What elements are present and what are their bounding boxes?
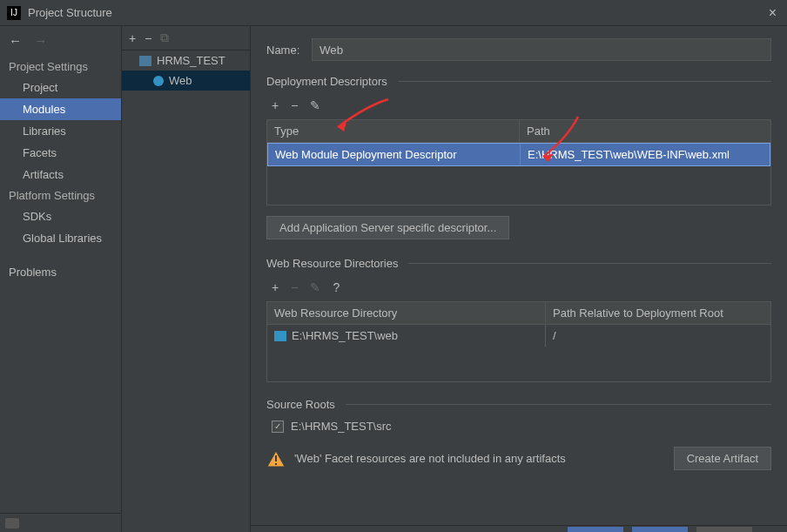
section-divider: [346, 404, 771, 405]
wrd-th-rel[interactable]: Path Relative to Deployment Root: [546, 302, 770, 324]
wrd-help-icon[interactable]: ?: [333, 280, 340, 294]
add-server-descriptor-button[interactable]: Add Application Server specific descript…: [266, 216, 509, 239]
settings-nav: ← → Project Settings Project Modules Lib…: [0, 26, 122, 532]
dd-table-header: Type Path: [267, 120, 770, 143]
wrd-toolbar: + − ✎ ?: [266, 273, 771, 301]
window-title: Project Structure: [28, 6, 765, 19]
nav-footer: [0, 513, 121, 532]
section-label: Deployment Descriptors: [266, 75, 387, 88]
wrd-add-icon[interactable]: +: [272, 280, 279, 294]
wrd-table-empty: [267, 347, 770, 381]
module-folder-icon: [139, 56, 151, 66]
module-tree: + − ⧉ HRMS_TEST Web: [122, 26, 251, 532]
tree-add-icon[interactable]: +: [129, 31, 136, 45]
dd-table: Type Path Web Module Deployment Descript…: [266, 119, 771, 205]
close-icon[interactable]: ×: [765, 5, 780, 21]
dd-edit-icon[interactable]: ✎: [310, 98, 320, 112]
create-artifact-button[interactable]: Create Artifact: [674, 447, 771, 470]
footer-button-slot[interactable]: [696, 527, 752, 532]
dd-td-path: E:\HRMS_TEST\web\WEB-INF\web.xml: [521, 144, 770, 165]
nav-forward-icon[interactable]: →: [34, 33, 47, 48]
footer-button-slot[interactable]: [568, 527, 623, 532]
footer-badge: [5, 518, 19, 529]
svg-rect-1: [275, 455, 277, 461]
tree-toolbar: + − ⧉: [122, 26, 250, 51]
name-input[interactable]: [312, 38, 771, 61]
section-divider: [398, 81, 771, 82]
tree-copy-icon: ⧉: [160, 30, 169, 45]
nav-section-project: Project Settings: [0, 57, 121, 77]
titlebar: IJ Project Structure ×: [0, 0, 787, 26]
tree-node-label: HRMS_TEST: [157, 54, 225, 67]
dd-table-empty: [267, 166, 770, 205]
svg-rect-2: [275, 463, 277, 465]
tree-node-label: Web: [169, 74, 192, 87]
section-label: Source Roots: [266, 398, 335, 411]
section-divider: [408, 263, 771, 264]
wrd-td-rel: /: [546, 325, 770, 347]
dd-table-row[interactable]: Web Module Deployment Descriptor E:\HRMS…: [267, 143, 770, 166]
dd-toolbar: + − ✎: [266, 91, 771, 119]
warning-icon: [266, 450, 286, 468]
wrd-table-row[interactable]: E:\HRMS_TEST\web /: [267, 325, 770, 347]
section-label: Web Resource Directories: [266, 257, 398, 270]
web-resource-dirs-section: Web Resource Directories: [266, 257, 771, 270]
dialog-footer: [251, 525, 787, 532]
web-folder-icon: [274, 331, 286, 341]
nav-section-platform: Platform Settings: [0, 185, 121, 205]
wrd-table-header: Web Resource Directory Path Relative to …: [267, 302, 770, 325]
warning-text: 'Web' Facet resources are not included i…: [294, 452, 566, 465]
app-icon: IJ: [7, 6, 21, 20]
nav-back-icon[interactable]: ←: [9, 33, 22, 48]
nav-item-modules[interactable]: Modules: [0, 98, 121, 120]
dd-th-type[interactable]: Type: [267, 120, 520, 142]
source-root-item[interactable]: ✓ E:\HRMS_TEST\src: [266, 414, 771, 438]
nav-item-artifacts[interactable]: Artifacts: [0, 164, 121, 185]
wrd-table: Web Resource Directory Path Relative to …: [266, 301, 771, 382]
dd-remove-icon[interactable]: −: [291, 98, 298, 112]
tree-node-module[interactable]: HRMS_TEST: [122, 51, 250, 71]
nav-item-sdks[interactable]: SDKs: [0, 205, 121, 227]
name-label: Name:: [266, 44, 312, 57]
wrd-th-dir[interactable]: Web Resource Directory: [267, 302, 546, 324]
deployment-descriptors-section: Deployment Descriptors: [266, 75, 771, 88]
wrd-remove-icon: −: [291, 280, 298, 294]
nav-item-libraries[interactable]: Libraries: [0, 120, 121, 142]
facet-editor: Name: Deployment Descriptors + − ✎ Type …: [251, 26, 787, 532]
wrd-edit-icon: ✎: [310, 280, 320, 294]
source-roots-section: Source Roots: [266, 398, 771, 411]
source-root-checkbox[interactable]: ✓: [272, 421, 284, 433]
web-facet-icon: [153, 76, 164, 86]
nav-item-project[interactable]: Project: [0, 77, 121, 98]
dd-td-type: Web Module Deployment Descriptor: [268, 144, 521, 165]
dd-th-path[interactable]: Path: [520, 120, 770, 142]
tree-node-web-facet[interactable]: Web: [122, 71, 250, 91]
tree-remove-icon[interactable]: −: [145, 31, 151, 45]
warning-bar: 'Web' Facet resources are not included i…: [266, 438, 771, 470]
source-root-path: E:\HRMS_TEST\src: [291, 420, 392, 433]
nav-item-global-libraries[interactable]: Global Libraries: [0, 227, 121, 249]
wrd-td-dir: E:\HRMS_TEST\web: [292, 329, 398, 342]
dd-add-icon[interactable]: +: [272, 98, 279, 112]
nav-item-facets[interactable]: Facets: [0, 142, 121, 164]
nav-item-problems[interactable]: Problems: [0, 261, 121, 283]
footer-button-slot[interactable]: [632, 527, 688, 532]
